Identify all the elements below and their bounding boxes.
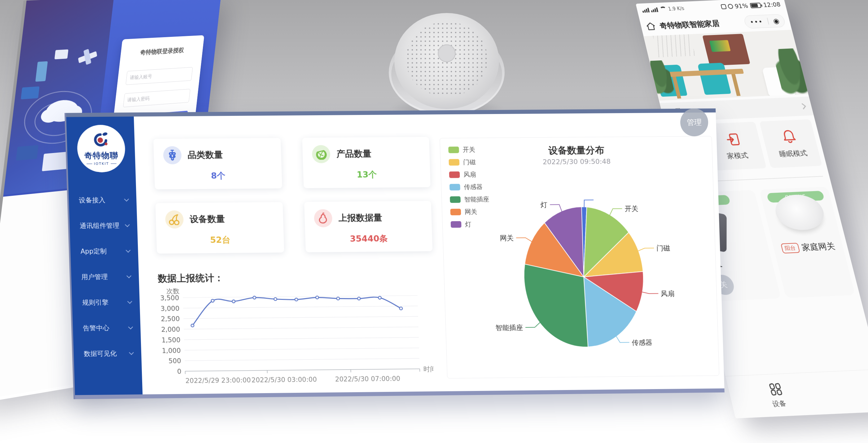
y-axis-title: 次数 xyxy=(166,287,179,295)
wall-art xyxy=(702,34,750,66)
y-axis-tick: 1,000 xyxy=(162,347,181,355)
stat-label: 上报数据量 xyxy=(338,212,382,224)
sidebar-item-app-custom[interactable]: App定制 xyxy=(70,238,138,264)
sidebar-item-user-mgmt[interactable]: 用户管理 xyxy=(71,264,140,290)
sidebar-item-rule-engine[interactable]: 规则引擎 xyxy=(71,289,140,316)
network-speed: 1.9 K/s xyxy=(668,6,685,12)
pie-slice-label: 开关 xyxy=(624,205,639,213)
pie-slice-label: 门磁 xyxy=(656,244,670,252)
data-point[interactable] xyxy=(274,298,277,300)
app-title: 奇特物联智能家居 xyxy=(659,17,746,31)
manage-button[interactable]: 管理 xyxy=(680,108,708,136)
data-point[interactable] xyxy=(337,297,340,300)
sidebar-item-comm-components[interactable]: 通讯组件管理 xyxy=(69,213,138,239)
data-point[interactable] xyxy=(211,299,214,302)
sleep-mode-label: 睡眠模式 xyxy=(778,148,808,159)
admin-dashboard-window: 奇特物聯 IOTKIT 设备接入 通讯组件管理 App定制 用户管理 规则引擎 … xyxy=(64,108,724,399)
grapes-icon xyxy=(163,146,182,164)
stat-value-3: 35440条 xyxy=(314,233,423,245)
ceiling-light xyxy=(653,34,695,57)
grid-icon xyxy=(768,382,784,395)
person-icon xyxy=(865,378,868,391)
tab-devices-label: 设备 xyxy=(771,399,787,409)
pie-label-leader xyxy=(637,248,654,252)
signal-bars-icon xyxy=(650,7,658,12)
table-leg xyxy=(732,74,741,96)
stat-label: 设备数量 xyxy=(190,213,225,225)
x-axis-tick: 2022/5/30 03:00:00 xyxy=(252,376,317,384)
pie-slice-label: 灯 xyxy=(540,201,548,209)
pie-label-leader xyxy=(525,322,541,327)
sidebar-item-device-access[interactable]: 设备接入 xyxy=(68,187,137,213)
data-point[interactable] xyxy=(232,300,235,303)
clock-time: 12:08 xyxy=(763,1,781,8)
camera-icon xyxy=(55,49,68,59)
phone-tab-bar: 设备 我 xyxy=(725,369,868,418)
sidebar-menu: 设备接入 通讯组件管理 App定制 用户管理 规则引擎 告警中心 数据可见化 xyxy=(68,187,142,367)
pie-title: 设备数量分布 xyxy=(440,143,712,158)
pie-label-leader xyxy=(641,291,658,294)
brand-name: 奇特物聯 xyxy=(84,150,118,161)
home-mode-icon xyxy=(723,131,743,147)
data-point[interactable] xyxy=(295,298,298,301)
pie-slice-label: 智能插座 xyxy=(495,324,523,332)
pie-subtitle: 2022/5/30 09:50:48 xyxy=(440,157,712,167)
sidebar-item-alert-center[interactable]: 告警中心 xyxy=(72,315,141,341)
pie-slice-label: 网关 xyxy=(500,234,514,242)
pie-slice-label: 传感器 xyxy=(631,339,652,347)
close-capsule-icon[interactable]: ◉ xyxy=(772,17,780,25)
pie-slice[interactable] xyxy=(524,264,588,348)
teal-chair xyxy=(697,63,731,95)
stat-card-devices: 设备数量 52台 xyxy=(156,202,284,253)
report-section-title: 数据上报统计： xyxy=(158,272,224,285)
home-mode-label: 家模式 xyxy=(726,151,749,161)
data-point[interactable] xyxy=(316,296,319,299)
divider xyxy=(718,176,823,181)
x-axis-tick: 2022/5/30 07:00:00 xyxy=(335,375,400,383)
home-icon[interactable] xyxy=(645,22,657,31)
bell-icon xyxy=(779,129,799,145)
tab-devices[interactable]: 设备 xyxy=(767,382,787,408)
y-axis-tick: 500 xyxy=(168,357,181,365)
sleep-mode-tile[interactable]: 睡眠模式 xyxy=(759,119,822,168)
pie-label-leader xyxy=(516,238,533,242)
pie-slice-label: 风扇 xyxy=(661,290,675,297)
battery-icon xyxy=(750,2,762,8)
more-icon[interactable]: ••• xyxy=(749,18,764,26)
laptop-icon xyxy=(16,145,38,160)
smart-speaker-device xyxy=(385,13,508,115)
y-axis-tick: 2,000 xyxy=(161,325,180,334)
login-title: 奇特物联登录授权 xyxy=(129,45,195,57)
account-input[interactable] xyxy=(125,67,193,85)
battery-percent: 91% xyxy=(734,2,749,10)
wifi-icon xyxy=(659,6,667,12)
stat-label: 产品数量 xyxy=(336,148,371,160)
sidebar-item-data-viz[interactable]: 数据可见化 xyxy=(73,341,142,367)
stat-card-categories: 品类数量 8个 xyxy=(153,138,282,189)
phone-device-icon xyxy=(35,61,48,82)
monitor-icon xyxy=(21,87,40,99)
brand-logo: 奇特物聯 IOTKIT xyxy=(76,125,126,172)
stat-value-1: 13个 xyxy=(313,168,421,181)
tab-me[interactable]: 我 xyxy=(865,378,868,404)
password-input[interactable] xyxy=(123,89,190,107)
stat-label: 品类数量 xyxy=(187,149,223,161)
data-point[interactable] xyxy=(378,296,381,299)
data-point[interactable] xyxy=(253,296,256,299)
stat-card-products: 产品数量 13个 xyxy=(302,137,430,188)
rabbit-logo-icon xyxy=(91,131,111,150)
stat-value-0: 8个 xyxy=(164,170,273,182)
marketing-composite: 奇特物联登录授权 登录 1.9 K/s 91% xyxy=(0,0,868,443)
device-distribution-panel: 开关门磁风扇传感器智能插座网关灯 设备数量分布 2022/5/30 09:50:… xyxy=(440,136,719,379)
signal-bars-icon xyxy=(642,8,650,13)
data-point[interactable] xyxy=(400,307,403,310)
data-point[interactable] xyxy=(191,324,194,327)
room-photo xyxy=(643,30,808,101)
cherries-icon xyxy=(165,210,184,229)
stat-value-2: 52台 xyxy=(166,234,275,246)
dashboard-main: 品类数量 8个 产品数量 13个 xyxy=(134,113,724,394)
data-point[interactable] xyxy=(358,297,361,300)
y-axis-tick: 3,500 xyxy=(160,294,179,302)
alarm-icon xyxy=(727,4,734,9)
report-line-chart: 05001,0001,5002,0002,5003,0003,500次数2022… xyxy=(156,283,434,391)
